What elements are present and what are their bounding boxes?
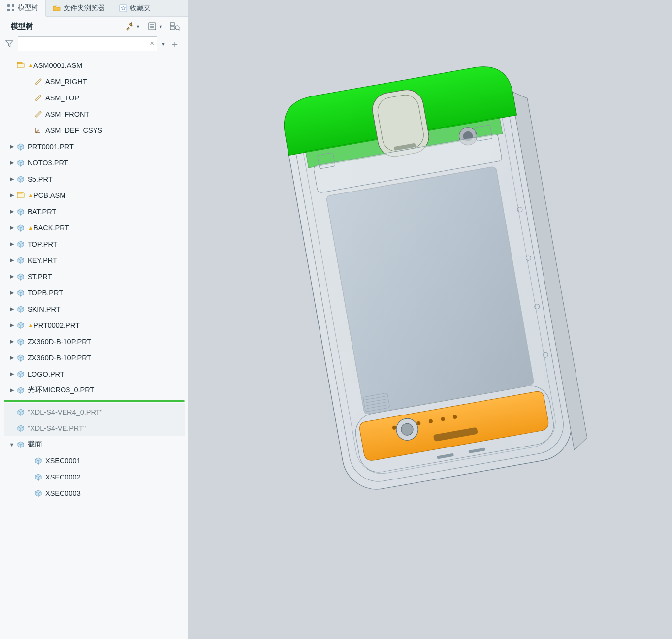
- tree-node[interactable]: ▶光环MICRO3_0.PRT: [4, 382, 185, 398]
- show-hide-button[interactable]: [169, 21, 181, 32]
- tree-node-label: ZX360D-B-10P.PRT: [28, 338, 91, 346]
- tree-node[interactable]: ▶XSEC0001: [4, 452, 185, 469]
- prt-icon: [16, 239, 26, 249]
- tree-node-label: XSEC0003: [45, 489, 81, 497]
- svg-line-13: [179, 29, 180, 30]
- prt-icon: [16, 158, 26, 168]
- tree-node[interactable]: ▶XSEC0002: [4, 469, 185, 485]
- plane-icon: [33, 109, 43, 119]
- prt-icon: [16, 288, 26, 298]
- warning-icon: ▲: [28, 322, 33, 329]
- tree-node[interactable]: ▶ZX360D-B-10P.PRT: [4, 333, 185, 350]
- tree-node[interactable]: ▶KEY.PRT: [4, 252, 185, 268]
- sec-icon: [33, 456, 43, 466]
- tree-node-label: ASM_RIGHT: [45, 78, 87, 86]
- warning-icon: ▲: [28, 192, 33, 199]
- expander-icon[interactable]: ▶: [8, 371, 16, 377]
- expander-icon[interactable]: ▶: [8, 241, 16, 247]
- tree-node-label: S5.PRT: [28, 175, 53, 183]
- tree-node[interactable]: ▶PRT0001.PRT: [4, 138, 185, 155]
- tree-node[interactable]: ▶XDL-S4-VE.PRT: [4, 420, 185, 436]
- expander-icon[interactable]: ▶: [8, 208, 16, 215]
- tree-node-label: ASM_TOP: [45, 94, 79, 102]
- tree-node[interactable]: ▶▲PCB.ASM: [4, 187, 185, 203]
- list-options-button[interactable]: ▼: [146, 21, 158, 32]
- 3d-viewport[interactable]: [188, 0, 672, 639]
- expander-icon[interactable]: ▼: [8, 442, 16, 447]
- insert-separator[interactable]: [4, 400, 185, 402]
- expander-icon[interactable]: ▶: [8, 160, 16, 166]
- tree-node[interactable]: ▶S5.PRT: [4, 171, 185, 187]
- plane-icon: [33, 77, 43, 87]
- expander-icon[interactable]: ▶: [8, 387, 16, 393]
- svg-rect-14: [17, 63, 24, 68]
- tab-favorites[interactable]: 收藏夹: [112, 0, 158, 16]
- tree-node-label: TOP.PRT: [28, 240, 57, 248]
- tools-button[interactable]: ▼: [124, 21, 135, 32]
- tree-node[interactable]: ▶XSEC0003: [4, 485, 185, 501]
- clear-search-icon[interactable]: ×: [150, 39, 154, 47]
- expander-icon[interactable]: ▶: [8, 306, 16, 312]
- tree-node[interactable]: ▶▲PRT0002.PRT: [4, 317, 185, 333]
- tree-node-label: ZX360D-B-10P.PRT: [28, 354, 91, 362]
- tab-label: 模型树: [18, 3, 38, 12]
- tree-node[interactable]: ▶ST.PRT: [4, 268, 185, 285]
- warning-icon: ▲: [28, 224, 33, 231]
- caret-down-icon: ▼: [159, 24, 163, 29]
- tab-model-tree[interactable]: 模型树: [0, 0, 46, 17]
- csys-icon: [33, 126, 43, 135]
- tree-node[interactable]: ▶TOPB.PRT: [4, 285, 185, 301]
- tree-node[interactable]: ▶ASM_TOP: [4, 90, 185, 106]
- section-header: 模型树 ▼ ▼: [0, 17, 188, 34]
- tab-folder-browser[interactable]: 文件夹浏览器: [46, 0, 112, 16]
- expander-icon[interactable]: ▶: [8, 273, 16, 280]
- section-group-icon: [16, 440, 26, 449]
- tree-node-label: ST.PRT: [28, 273, 52, 281]
- tree-node[interactable]: ▶ASM_DEF_CSYS: [4, 122, 185, 138]
- tree-node[interactable]: ▶LOGO.PRT: [4, 366, 185, 382]
- tree-node[interactable]: ▶▲BACK.PRT: [4, 220, 185, 236]
- prt-icon: [16, 223, 26, 233]
- tree-node[interactable]: ▶SKIN.PRT: [4, 301, 185, 317]
- expander-icon[interactable]: ▶: [8, 176, 16, 182]
- tree-node-label: ASM_FRONT: [45, 110, 89, 118]
- tree-node[interactable]: ▶ZX360D-B-10P.PRT: [4, 350, 185, 366]
- tree-node[interactable]: ▶BAT.PRT: [4, 203, 185, 220]
- assembly-icon: [16, 61, 26, 70]
- tree-node[interactable]: ▶TOP.PRT: [4, 236, 185, 252]
- expander-icon[interactable]: ▶: [8, 289, 16, 296]
- tree-icon: [7, 4, 15, 12]
- suppressed-group: ▶XDL-S4-VER4_0.PRT▶XDL-S4-VE.PRT: [4, 403, 185, 436]
- search-field-wrapper: ×: [18, 36, 157, 51]
- expander-icon[interactable]: ▶: [8, 143, 16, 150]
- tree-root[interactable]: ▶ ▲ ASM0001.ASM: [4, 57, 185, 73]
- expander-icon[interactable]: ▶: [8, 224, 16, 231]
- tree-node-label: ASM0001.ASM: [33, 62, 82, 69]
- search-input[interactable]: [18, 36, 157, 51]
- tree-node[interactable]: ▶ASM_RIGHT: [4, 73, 185, 90]
- tree-node[interactable]: ▶NOTO3.PRT: [4, 155, 185, 171]
- sidebar-tabs: 模型树 文件夹浏览器 收藏夹: [0, 0, 188, 17]
- tree-node-label: XSEC0002: [45, 473, 81, 481]
- model-render: [188, 0, 672, 639]
- svg-rect-15: [17, 62, 22, 64]
- svg-point-12: [175, 26, 179, 30]
- tree-node[interactable]: ▶ASM_FRONT: [4, 106, 185, 122]
- filter-icon[interactable]: [5, 39, 14, 48]
- add-button[interactable]: ＋: [170, 37, 180, 51]
- search-menu-button[interactable]: ▼: [161, 41, 166, 47]
- tree-toolbar: ▼ ▼: [124, 21, 181, 32]
- prt-icon: [16, 256, 26, 265]
- model-tree: ▶ ▲ ASM0001.ASM ▶ASM_RIGHT▶ASM_TOP▶ASM_F…: [0, 56, 188, 639]
- tree-sections-group[interactable]: ▼ 截面: [4, 436, 185, 452]
- expander-icon[interactable]: ▶: [8, 257, 16, 263]
- tree-node-label: 截面: [28, 440, 42, 449]
- star-icon: [119, 4, 127, 12]
- expander-icon[interactable]: ▶: [8, 192, 16, 198]
- plane-icon: [33, 93, 43, 103]
- expander-icon[interactable]: ▶: [8, 322, 16, 328]
- expander-icon[interactable]: ▶: [8, 338, 16, 345]
- tree-node[interactable]: ▶XDL-S4-VER4_0.PRT: [4, 404, 185, 420]
- expander-icon[interactable]: ▶: [8, 354, 16, 361]
- tree-node-label: SKIN.PRT: [28, 305, 61, 313]
